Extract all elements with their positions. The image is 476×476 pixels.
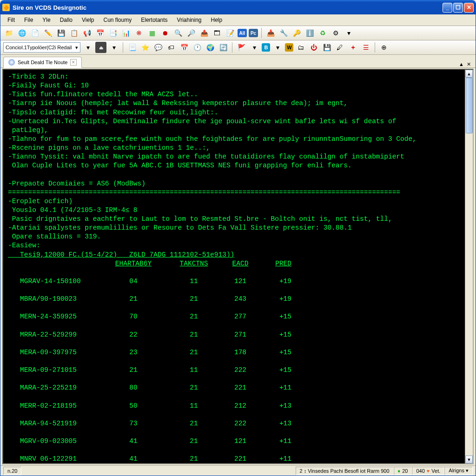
flag-icon[interactable]: 🚩: [236, 42, 247, 53]
heart-icon: ♥: [427, 468, 430, 474]
vertical-scrollbar[interactable]: ▲ ▼: [465, 70, 473, 463]
table-row: MNRV 06-1222914121221+11: [8, 455, 468, 463]
scroll-thumb[interactable]: [466, 78, 473, 133]
calendar-icon[interactable]: 📅: [94, 27, 106, 39]
menu-filt[interactable]: Filt: [3, 15, 19, 25]
toolbar-1: 📁 🌐 📄 ✏️ 💾 📋 📢 📅 📑 📊 ❋ ▦ ⏺ 🔍 🔎 📤 🗔 📝 All…: [0, 26, 476, 40]
comment-icon[interactable]: 💬: [152, 42, 164, 53]
key-icon[interactable]: 🔑: [291, 27, 302, 39]
clock-icon[interactable]: 🕐: [192, 42, 203, 53]
world-icon[interactable]: 🌍: [205, 42, 216, 53]
toolbar-2: Conciol.1Typolöer(C2i Redail ▾ ⏏ ▾ 📃 ⭐ 💬…: [0, 40, 476, 55]
menu-dallo[interactable]: Dallo: [56, 15, 77, 25]
badge-b-icon[interactable]: B: [262, 43, 270, 52]
minimize-button[interactable]: _: [443, 3, 452, 13]
list-icon[interactable]: ☰: [360, 42, 371, 53]
note-icon[interactable]: 📝: [225, 27, 236, 39]
copy-icon[interactable]: 📑: [107, 27, 119, 39]
date-icon[interactable]: 📅: [178, 42, 190, 53]
scroll-down-button[interactable]: ▼: [465, 456, 473, 463]
export-icon[interactable]: 📤: [198, 27, 210, 39]
refresh-icon[interactable]: ♻: [317, 27, 328, 39]
settings-icon[interactable]: ⚙: [330, 27, 341, 39]
table-row: MERA-09-3979752321178+15: [8, 348, 468, 357]
gear-icon[interactable]: ❋: [133, 27, 145, 39]
table-row: MERR-02-2181955011212+13: [8, 402, 468, 410]
tab-bar: Seult Deald Tle Noute ✕ ▲ ✕: [0, 55, 476, 68]
scroll-up-button[interactable]: ▲: [465, 70, 473, 78]
badge-w-icon[interactable]: W: [285, 43, 293, 52]
tab-icon: [8, 59, 15, 66]
sound-icon[interactable]: 📢: [81, 27, 93, 39]
status-v1: ♦20: [394, 467, 412, 475]
titlebar: 🔶 Sire on VCDS Desirgnotic _ ☐ ✕: [0, 0, 476, 14]
app-icon-2[interactable]: 🗂: [295, 42, 306, 53]
tab-close-all-icon[interactable]: ✕: [467, 61, 471, 67]
pen-icon[interactable]: 🖊: [334, 42, 345, 53]
dropdown-4-icon[interactable]: ▾: [249, 42, 260, 53]
star-icon[interactable]: ⭐: [139, 42, 151, 53]
tab-close-button[interactable]: ✕: [70, 59, 77, 66]
page-icon[interactable]: 📋: [68, 27, 79, 39]
wrench-icon[interactable]: 🔧: [278, 27, 289, 39]
edit-icon[interactable]: ✏️: [42, 27, 53, 39]
console-selector[interactable]: Conciol.1Typolöer(C2i Redail: [3, 42, 80, 53]
table-row: MRRA-22-5292992221271+15: [8, 331, 468, 339]
status-bar: n.20 2 ↕ Vinsedes Pachi Besofl iot Rarm …: [0, 465, 476, 476]
window-title: Sire on VCDS Desirgnotic: [13, 4, 443, 11]
menu-vriahining[interactable]: Vriahining: [173, 15, 206, 25]
menu-file[interactable]: File: [20, 15, 37, 25]
table-row: MGRAV-14-1501000411121+19: [8, 277, 468, 286]
chart-icon[interactable]: 📊: [120, 27, 132, 39]
dropdown-2-icon[interactable]: ▾: [82, 42, 93, 53]
table-row: MARA-25-2252198021221+11: [8, 383, 468, 392]
plus-icon[interactable]: +: [347, 42, 358, 53]
separator: [123, 42, 123, 53]
separator: [232, 42, 232, 53]
close-button[interactable]: ✕: [464, 3, 474, 13]
folder-icon[interactable]: 📁: [3, 27, 14, 39]
menu-cunfloumy[interactable]: Cun floumy: [99, 15, 136, 25]
table-row: MBRA/90-1900232121243+19: [8, 295, 468, 304]
target-icon[interactable]: ⊕: [378, 42, 390, 53]
save-icon[interactable]: 💾: [55, 27, 66, 39]
sync-icon[interactable]: 🔄: [218, 42, 229, 53]
menubar: Filt File Yle Dallo Vielp Cun floumy Ele…: [0, 14, 476, 26]
dropdown-3-icon[interactable]: ▾: [108, 42, 119, 53]
tab-active[interactable]: Seult Deald Tle Noute ✕: [3, 57, 82, 68]
sheet-icon[interactable]: 📃: [126, 42, 138, 53]
badge-p-icon[interactable]: Pc: [249, 29, 258, 37]
separator: [375, 42, 375, 53]
info-icon[interactable]: ℹ️: [304, 27, 315, 39]
maximize-button[interactable]: ☐: [453, 3, 463, 13]
doc-icon[interactable]: 📄: [29, 27, 40, 39]
eject-icon[interactable]: ⏏: [95, 42, 106, 53]
app-icon: 🔶: [2, 4, 10, 11]
grid-icon[interactable]: ▦: [146, 27, 158, 39]
status-v2: 040 ♥Vet.: [412, 467, 444, 475]
table-row: MERN-24-3599257021277+15: [8, 312, 468, 321]
menu-yle[interactable]: Yle: [38, 15, 54, 25]
disk-icon[interactable]: 💾: [321, 42, 332, 53]
window-icon[interactable]: 🗔: [212, 27, 223, 39]
dropdown-5-icon[interactable]: ▾: [272, 42, 283, 53]
status-right[interactable]: Alrigns ▾: [444, 467, 473, 475]
status-mid: 2 ↕ Vinsedes Pachi Besofl iot Rarm 900: [296, 467, 394, 475]
tag-icon[interactable]: 🏷: [165, 42, 177, 53]
menu-elertotants[interactable]: Elertotants: [137, 15, 172, 25]
power-icon[interactable]: ⏻: [308, 42, 319, 53]
badge-a-icon[interactable]: All: [238, 29, 247, 37]
table-row: MERA-09-2710152111222+15: [8, 366, 468, 375]
dropdown-icon[interactable]: ▾: [343, 27, 354, 39]
tab-label: Seult Deald Tle Noute: [18, 60, 67, 65]
globe-icon[interactable]: 🌐: [16, 27, 27, 39]
tab-collapse-icon[interactable]: ▲: [459, 61, 464, 67]
status-left: n.20: [3, 467, 21, 475]
menu-help[interactable]: Help: [207, 15, 227, 25]
zoom-icon[interactable]: 🔎: [185, 27, 197, 39]
menu-vielp[interactable]: Vielp: [78, 15, 98, 25]
search-icon[interactable]: 🔍: [172, 27, 184, 39]
stop-icon[interactable]: ⏺: [159, 27, 171, 39]
import-icon[interactable]: 📥: [265, 27, 276, 39]
console-output: -Tirbic 3 2DLn: -Fiaily Faust Gi: 10 -Ti…: [2, 69, 474, 464]
